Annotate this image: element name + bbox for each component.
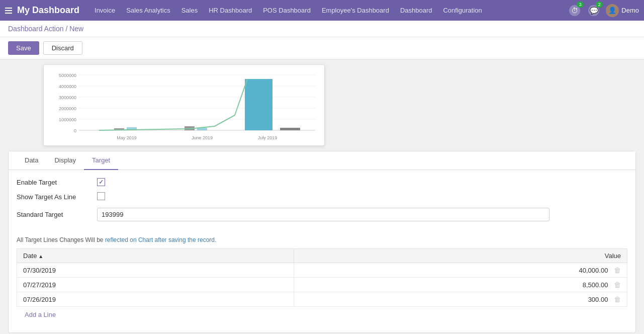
svg-text:May 2019: May 2019 bbox=[117, 135, 137, 140]
nav-menu: Invoice Sales Analytics Sales HR Dashboa… bbox=[89, 4, 568, 17]
save-button[interactable]: Save bbox=[8, 41, 39, 55]
table-row: 07/30/2019 40,000.00 🗑 bbox=[17, 263, 627, 278]
tab-display[interactable]: Display bbox=[46, 151, 84, 170]
show-target-label: Show Target As Line bbox=[17, 193, 97, 201]
svg-text:June 2019: June 2019 bbox=[192, 135, 213, 140]
svg-text:July 2019: July 2019 bbox=[258, 135, 278, 140]
enable-target-label: Enable Target bbox=[17, 179, 97, 186]
nav-configuration[interactable]: Configuration bbox=[438, 4, 487, 17]
nav-hr-dashboard[interactable]: HR Dashboard bbox=[204, 4, 257, 17]
target-form: Enable Target Show Target As Line Standa… bbox=[9, 170, 635, 235]
info-text-static: All Target Lines Changes Will be bbox=[17, 236, 105, 243]
svg-text:2000000: 2000000 bbox=[59, 106, 76, 111]
target-lines-table: Date Value 07/30/2019 40,000.00 🗑 07/27/… bbox=[17, 248, 627, 307]
show-target-as-line-row: Show Target As Line bbox=[17, 192, 627, 202]
info-text-highlight: reflected on Chart after saving the reco… bbox=[105, 236, 216, 243]
table-row: 07/27/2019 8,500.00 🗑 bbox=[17, 278, 627, 292]
table-header-row: Date Value bbox=[17, 249, 627, 263]
nav-dashboard[interactable]: Dashboard bbox=[395, 4, 437, 17]
svg-text:0: 0 bbox=[74, 128, 76, 133]
value-cell: 40,000.00 🗑 bbox=[294, 263, 627, 278]
messages-icon-button[interactable]: 💬 2 bbox=[587, 4, 601, 18]
user-menu[interactable]: 👤 Demo bbox=[606, 4, 639, 17]
chart-area: 5000000 4000000 3000000 2000000 1000000 … bbox=[49, 70, 320, 140]
standard-target-row: Standard Target bbox=[17, 208, 627, 221]
info-message: All Target Lines Changes Will be reflect… bbox=[9, 235, 635, 248]
show-target-checkbox[interactable] bbox=[97, 192, 105, 200]
value-column-header[interactable]: Value bbox=[294, 249, 627, 263]
delete-row-icon[interactable]: 🗑 bbox=[614, 266, 621, 274]
tab-target[interactable]: Target bbox=[84, 151, 118, 170]
target-lines-table-wrapper: Date Value 07/30/2019 40,000.00 🗑 07/27/… bbox=[9, 248, 635, 322]
date-cell: 07/27/2019 bbox=[17, 278, 294, 292]
user-name: Demo bbox=[621, 7, 639, 14]
nav-employees-dashboard[interactable]: Employee's Dashboard bbox=[317, 4, 394, 17]
enable-target-control bbox=[97, 178, 627, 186]
svg-text:4000000: 4000000 bbox=[59, 84, 76, 89]
date-cell: 07/30/2019 bbox=[17, 263, 294, 278]
delete-row-icon[interactable]: 🗑 bbox=[614, 295, 621, 303]
value-cell: 300.00 🗑 bbox=[294, 292, 627, 307]
discard-button[interactable]: Discard bbox=[43, 41, 82, 55]
standard-target-label: Standard Target bbox=[17, 211, 97, 218]
app-title: My Dashboard bbox=[17, 5, 79, 16]
show-target-control bbox=[97, 192, 627, 202]
value-cell: 8,500.00 🗑 bbox=[294, 278, 627, 292]
activity-icon-button[interactable]: ⏱ 3 bbox=[568, 4, 582, 18]
nav-invoice[interactable]: Invoice bbox=[89, 4, 120, 17]
top-navigation: My Dashboard Invoice Sales Analytics Sal… bbox=[0, 0, 644, 21]
table-row: 07/26/2019 300.00 🗑 bbox=[17, 292, 627, 307]
activity-badge: 3 bbox=[577, 2, 584, 8]
standard-target-input[interactable] bbox=[97, 208, 549, 221]
topnav-right-actions: ⏱ 3 💬 2 👤 Demo bbox=[568, 4, 639, 18]
main-content: 5000000 4000000 3000000 2000000 1000000 … bbox=[0, 59, 644, 334]
toolbar: Save Discard bbox=[0, 37, 644, 59]
messages-badge: 2 bbox=[596, 2, 603, 8]
nav-sales-analytics[interactable]: Sales Analytics bbox=[121, 4, 175, 17]
delete-row-icon[interactable]: 🗑 bbox=[614, 281, 621, 289]
form-panel: Data Display Target Enable Target Show T… bbox=[8, 151, 636, 333]
avatar: 👤 bbox=[606, 4, 619, 17]
breadcrumb-path[interactable]: Dashboard Action bbox=[8, 25, 64, 33]
chart-svg: 5000000 4000000 3000000 2000000 1000000 … bbox=[49, 70, 320, 140]
chart-container: 5000000 4000000 3000000 2000000 1000000 … bbox=[43, 64, 325, 146]
svg-text:3000000: 3000000 bbox=[59, 95, 76, 100]
svg-text:1000000: 1000000 bbox=[59, 117, 76, 122]
breadcrumb: Dashboard Action / New bbox=[0, 21, 644, 37]
svg-rect-17 bbox=[280, 128, 300, 130]
nav-sales[interactable]: Sales bbox=[176, 4, 203, 17]
standard-target-control bbox=[97, 208, 627, 221]
tab-data[interactable]: Data bbox=[17, 151, 46, 170]
svg-text:5000000: 5000000 bbox=[59, 73, 76, 78]
tab-bar: Data Display Target bbox=[9, 151, 635, 170]
add-a-line-button[interactable]: Add a Line bbox=[17, 307, 64, 322]
nav-pos-dashboard[interactable]: POS Dashboard bbox=[258, 4, 316, 17]
date-column-header[interactable]: Date bbox=[17, 249, 294, 263]
apps-grid-icon[interactable] bbox=[5, 8, 12, 14]
enable-target-checkbox[interactable] bbox=[97, 178, 105, 186]
enable-target-row: Enable Target bbox=[17, 178, 627, 186]
svg-rect-12 bbox=[245, 79, 272, 130]
date-cell: 07/26/2019 bbox=[17, 292, 294, 307]
breadcrumb-current: New bbox=[69, 25, 83, 33]
